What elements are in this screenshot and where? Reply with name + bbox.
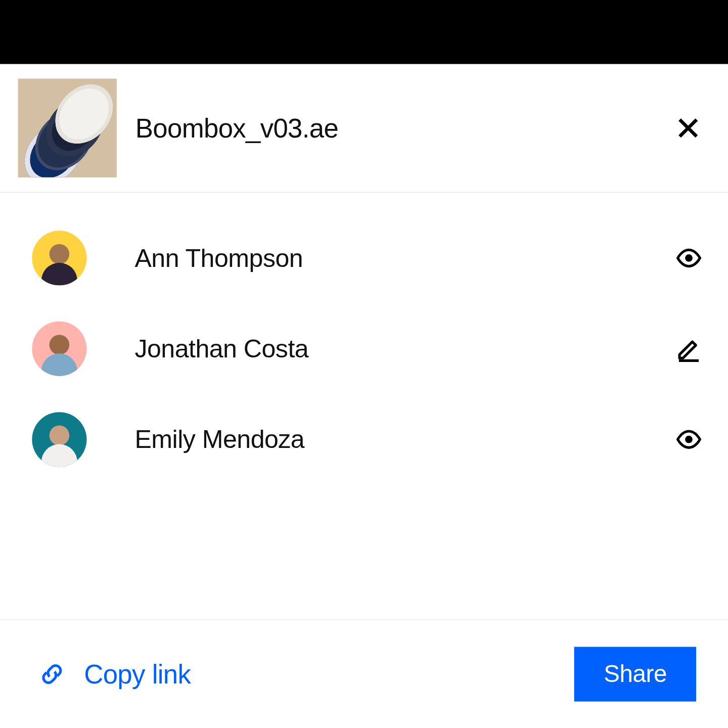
avatar <box>32 231 86 285</box>
close-button[interactable] <box>671 111 706 146</box>
link-icon <box>40 662 64 686</box>
eye-icon <box>675 426 703 453</box>
file-thumbnail <box>18 79 117 177</box>
permission-button[interactable] <box>672 241 706 275</box>
avatar <box>32 412 86 467</box>
person-row: Ann Thompson <box>32 225 705 292</box>
permission-button[interactable] <box>672 332 706 366</box>
edit-icon <box>675 335 703 362</box>
person-row: Jonathan Costa <box>32 315 705 382</box>
close-icon <box>675 115 701 141</box>
share-dialog-footer: Copy link Share <box>0 619 728 728</box>
file-name: Boombox_v03.ae <box>135 113 652 143</box>
person-name: Emily Mendoza <box>134 425 624 454</box>
svg-point-1 <box>685 436 693 443</box>
share-dialog-header: Boombox_v03.ae <box>0 64 728 193</box>
person-row: Emily Mendoza <box>32 406 705 473</box>
svg-point-0 <box>685 254 693 262</box>
copy-link-button[interactable]: Copy link <box>40 659 556 689</box>
person-name: Ann Thompson <box>134 244 624 272</box>
people-list: Ann Thompson Jonathan Costa <box>0 193 728 619</box>
person-name: Jonathan Costa <box>134 334 624 363</box>
eye-icon <box>675 244 703 272</box>
avatar <box>32 322 86 376</box>
window-topbar <box>0 0 728 64</box>
copy-link-label: Copy link <box>84 659 191 689</box>
permission-button[interactable] <box>672 423 706 456</box>
share-button[interactable]: Share <box>574 647 696 701</box>
